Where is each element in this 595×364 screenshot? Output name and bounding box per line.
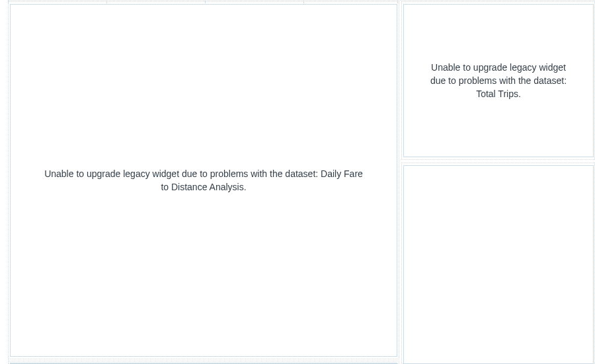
widget-error-message: Unable to upgrade legacy widget due to p… bbox=[42, 167, 366, 194]
widget-total-trips[interactable]: Unable to upgrade legacy widget due to p… bbox=[403, 4, 594, 157]
grid-guide-top bbox=[8, 0, 595, 3]
widget-bottom-right[interactable] bbox=[403, 165, 594, 364]
dashboard-grid: Unable to upgrade legacy widget due to p… bbox=[0, 0, 595, 364]
widget-daily-fare-distance[interactable]: Unable to upgrade legacy widget due to p… bbox=[10, 4, 397, 357]
widget-error-message: Unable to upgrade legacy widget due to p… bbox=[425, 61, 571, 101]
